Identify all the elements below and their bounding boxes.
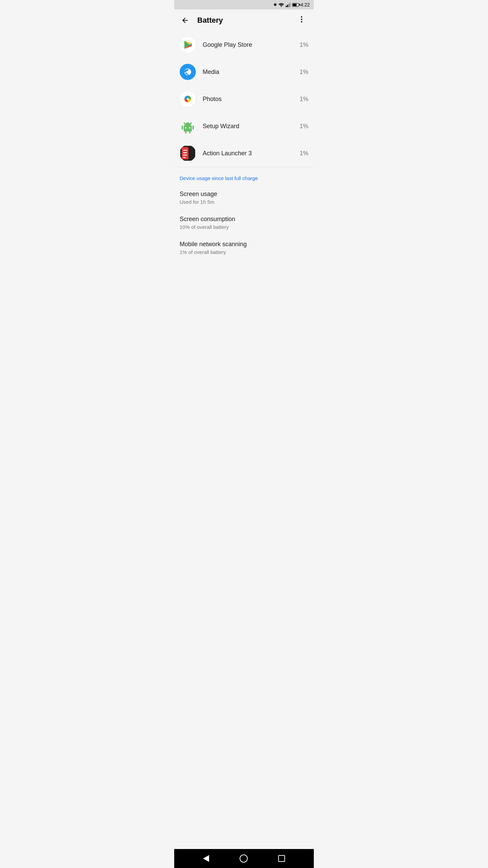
screen-consumption-title: Screen consumption <box>180 216 308 223</box>
svg-rect-24 <box>185 131 186 134</box>
device-usage-section-header[interactable]: Device usage since last full charge <box>174 167 314 185</box>
screen-consumption-subtitle: 10% of overall battery <box>180 224 308 230</box>
app-usage-value: 1% <box>300 123 308 130</box>
svg-point-14 <box>187 98 189 100</box>
list-item[interactable]: Setup Wizard 1% <box>174 113 314 140</box>
svg-rect-30 <box>183 155 187 156</box>
photos-icon <box>180 91 196 107</box>
content-area: Google Play Store 1% Media 1% <box>174 31 314 279</box>
more-options-button[interactable] <box>295 14 308 27</box>
status-icons: ✱ 4:22 <box>273 2 310 7</box>
screen-usage-item[interactable]: Screen usage Used for 1h 5m <box>174 185 314 210</box>
app-name-label: Google Play Store <box>203 41 297 48</box>
app-name-label: Photos <box>203 96 297 103</box>
status-time: 4:22 <box>301 2 310 7</box>
status-bar: ✱ 4:22 <box>174 0 314 9</box>
more-options-icon <box>298 15 306 23</box>
back-arrow-icon <box>181 16 189 24</box>
list-item[interactable]: Media 1% <box>174 58 314 85</box>
nav-home-icon <box>240 854 248 863</box>
svg-rect-31 <box>183 157 186 158</box>
list-item[interactable]: Photos 1% <box>174 85 314 113</box>
signal-icon <box>286 3 290 7</box>
svg-rect-25 <box>189 131 190 134</box>
svg-point-0 <box>281 6 282 7</box>
action-launcher-icon <box>180 145 196 161</box>
back-button[interactable] <box>180 15 190 26</box>
mobile-network-scanning-item[interactable]: Mobile network scanning 1% of overall ba… <box>174 235 314 260</box>
svg-rect-1 <box>286 6 287 7</box>
wifi-icon <box>279 3 284 7</box>
svg-rect-2 <box>287 5 288 7</box>
svg-rect-22 <box>182 125 183 130</box>
svg-rect-23 <box>192 125 194 130</box>
svg-rect-4 <box>290 3 290 7</box>
app-usage-value: 1% <box>300 150 308 157</box>
google-play-store-icon <box>180 37 196 53</box>
nav-home-button[interactable] <box>240 854 248 863</box>
navigation-bar <box>174 849 314 868</box>
app-name-label: Action Launcher 3 <box>203 150 297 157</box>
svg-rect-15 <box>184 125 192 132</box>
list-item[interactable]: Action Launcher 3 1% <box>174 140 314 167</box>
svg-point-17 <box>189 127 190 129</box>
screen-usage-subtitle: Used for 1h 5m <box>180 199 308 205</box>
svg-point-16 <box>185 127 186 129</box>
screen-usage-title: Screen usage <box>180 191 308 198</box>
nav-recent-button[interactable] <box>278 855 285 862</box>
app-usage-value: 1% <box>300 68 308 76</box>
nav-back-button[interactable] <box>203 855 209 862</box>
svg-point-21 <box>190 122 192 124</box>
svg-point-5 <box>301 16 302 18</box>
app-usage-value: 1% <box>300 41 308 48</box>
battery-status-icon <box>292 3 299 7</box>
list-item[interactable]: Google Play Store 1% <box>174 31 314 58</box>
svg-rect-28 <box>183 150 187 151</box>
bluetooth-icon: ✱ <box>273 2 277 7</box>
svg-point-7 <box>301 21 302 22</box>
setup-wizard-icon <box>180 118 196 134</box>
app-usage-value: 1% <box>300 96 308 103</box>
mobile-network-scanning-subtitle: 1% of overall battery <box>180 249 308 255</box>
page-title: Battery <box>197 16 295 25</box>
svg-rect-3 <box>288 4 289 7</box>
toolbar: Battery <box>174 9 314 31</box>
screen-consumption-item[interactable]: Screen consumption 10% of overall batter… <box>174 210 314 235</box>
svg-point-20 <box>184 122 185 124</box>
app-name-label: Setup Wizard <box>203 123 297 130</box>
nav-recent-icon <box>278 855 285 862</box>
app-name-label: Media <box>203 68 297 76</box>
nav-back-icon <box>203 855 209 862</box>
mobile-network-scanning-title: Mobile network scanning <box>180 241 308 248</box>
svg-point-6 <box>301 19 302 20</box>
media-icon <box>180 64 196 80</box>
svg-rect-29 <box>183 152 187 153</box>
